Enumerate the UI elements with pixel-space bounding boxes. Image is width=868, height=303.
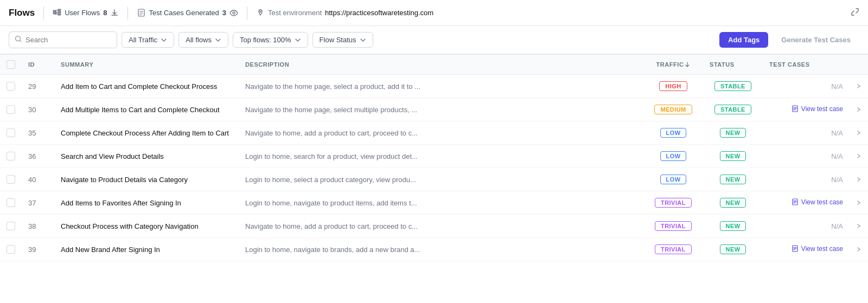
table-row: 29 Add Item to Cart and Complete Checkou… bbox=[0, 75, 868, 98]
chevron-down-icon2 bbox=[215, 37, 221, 43]
row-checkbox-cell bbox=[0, 215, 22, 238]
chevron-right-icon bbox=[856, 83, 861, 89]
traffic-badge: LOW bbox=[660, 151, 687, 161]
header-summary: SUMMARY bbox=[54, 55, 239, 75]
row-arrow[interactable] bbox=[850, 121, 868, 145]
download-icon[interactable] bbox=[110, 9, 119, 17]
row-arrow[interactable] bbox=[850, 238, 868, 261]
user-flows-item[interactable]: User Flows 8 bbox=[53, 9, 119, 17]
row-traffic: LOW bbox=[643, 121, 703, 145]
flows-table: ID SUMMARY DESCRIPTION TRAFFIC STATUS TE… bbox=[0, 54, 868, 261]
all-traffic-dropdown[interactable]: All Traffic bbox=[122, 32, 174, 48]
sort-icon bbox=[685, 62, 690, 67]
row-arrow[interactable] bbox=[850, 191, 868, 215]
test-cases-item[interactable]: Test Cases Generated 3 bbox=[137, 9, 238, 17]
table-row: 37 Add Items to Favorites After Signing … bbox=[0, 191, 868, 215]
document-icon bbox=[792, 245, 799, 252]
traffic-badge: LOW bbox=[660, 128, 687, 138]
row-description: Navigate to home, add a product to cart,… bbox=[239, 215, 643, 238]
divider2 bbox=[127, 7, 128, 20]
row-description: Login to home, navigate to brands, add a… bbox=[239, 238, 643, 261]
na-label: N/A bbox=[831, 222, 843, 230]
row-traffic: MEDIUM bbox=[643, 98, 703, 121]
row-checkbox[interactable] bbox=[7, 222, 15, 230]
na-label: N/A bbox=[831, 152, 843, 160]
table-row: 40 Navigate to Product Details via Categ… bbox=[0, 168, 868, 191]
expand-icon[interactable] bbox=[851, 8, 859, 18]
flow-status-label: Flow Status bbox=[320, 36, 356, 44]
row-checkbox[interactable] bbox=[7, 152, 15, 160]
row-arrow[interactable] bbox=[850, 168, 868, 191]
view-test-case-link[interactable]: View test case bbox=[792, 105, 843, 113]
status-badge: STABLE bbox=[714, 105, 751, 114]
header-status: STATUS bbox=[703, 55, 763, 75]
row-arrow[interactable] bbox=[850, 215, 868, 238]
table-row: 39 Add New Brand After Signing In Login … bbox=[0, 238, 868, 261]
search-box[interactable] bbox=[9, 31, 117, 48]
view-test-case-link[interactable]: View test case bbox=[792, 245, 843, 253]
row-id: 30 bbox=[22, 98, 54, 121]
table-row: 36 Search and View Product Details Login… bbox=[0, 145, 868, 168]
row-checkbox[interactable] bbox=[7, 175, 15, 184]
document-icon bbox=[792, 105, 799, 112]
row-checkbox-cell bbox=[0, 121, 22, 145]
row-summary: Add Multiple Items to Cart and Complete … bbox=[54, 98, 239, 121]
row-checkbox[interactable] bbox=[7, 105, 15, 114]
select-all-checkbox[interactable] bbox=[7, 60, 15, 69]
row-test-cases: View test case bbox=[763, 191, 850, 215]
table-row: 30 Add Multiple Items to Cart and Comple… bbox=[0, 98, 868, 121]
row-checkbox[interactable] bbox=[7, 198, 15, 207]
header-id: ID bbox=[22, 55, 54, 75]
row-status: NEW bbox=[703, 238, 763, 261]
header-traffic[interactable]: TRAFFIC bbox=[643, 55, 703, 75]
traffic-badge: MEDIUM bbox=[654, 105, 692, 114]
row-summary: Add Items to Favorites After Signing In bbox=[54, 191, 239, 215]
table-row: 38 Checkout Process with Category Naviga… bbox=[0, 215, 868, 238]
row-test-cases: N/A bbox=[763, 168, 850, 191]
table-row: 35 Complete Checkout Process After Addin… bbox=[0, 121, 868, 145]
row-id: 40 bbox=[22, 168, 54, 191]
all-flows-label: All flows bbox=[186, 36, 212, 44]
traffic-badge: HIGH bbox=[659, 81, 687, 91]
chevron-right-icon bbox=[856, 130, 861, 136]
traffic-badge: TRIVIAL bbox=[655, 198, 692, 208]
status-badge: NEW bbox=[720, 221, 746, 231]
row-status: NEW bbox=[703, 121, 763, 145]
env-label: Test environment bbox=[268, 9, 322, 17]
user-flows-label: User Flows bbox=[65, 9, 100, 17]
row-arrow[interactable] bbox=[850, 75, 868, 98]
svg-point-13 bbox=[260, 11, 261, 12]
chevron-right-icon bbox=[856, 153, 861, 159]
test-cases-count: 3 bbox=[222, 9, 226, 17]
all-traffic-label: All Traffic bbox=[129, 36, 157, 44]
add-tags-button[interactable]: Add Tags bbox=[719, 32, 768, 48]
traffic-badge: TRIVIAL bbox=[655, 221, 692, 231]
row-summary: Add Item to Cart and Complete Checkout P… bbox=[54, 75, 239, 98]
generate-test-cases-button[interactable]: Generate Test Cases bbox=[773, 32, 859, 48]
flow-status-dropdown[interactable]: Flow Status bbox=[312, 32, 373, 48]
status-badge: NEW bbox=[720, 175, 746, 184]
chevron-right-icon bbox=[856, 200, 861, 205]
view-test-case-link[interactable]: View test case bbox=[792, 198, 843, 206]
document-icon bbox=[792, 198, 799, 205]
test-cases-label: Test Cases Generated bbox=[149, 9, 219, 17]
na-label: N/A bbox=[831, 82, 843, 91]
row-arrow[interactable] bbox=[850, 98, 868, 121]
row-status: STABLE bbox=[703, 75, 763, 98]
eye-icon[interactable] bbox=[229, 9, 238, 17]
search-input[interactable] bbox=[25, 36, 111, 44]
row-checkbox[interactable] bbox=[7, 245, 15, 254]
row-traffic: TRIVIAL bbox=[643, 238, 703, 261]
top-flows-dropdown[interactable]: Top flows: 100% bbox=[233, 32, 308, 48]
all-flows-dropdown[interactable]: All flows bbox=[178, 32, 228, 48]
row-id: 39 bbox=[22, 238, 54, 261]
row-checkbox-cell bbox=[0, 191, 22, 215]
row-checkbox[interactable] bbox=[7, 82, 15, 91]
row-traffic: HIGH bbox=[643, 75, 703, 98]
row-checkbox[interactable] bbox=[7, 128, 15, 137]
row-arrow[interactable] bbox=[850, 145, 868, 168]
status-badge: NEW bbox=[720, 128, 746, 138]
chevron-right-icon bbox=[856, 223, 861, 229]
row-id: 36 bbox=[22, 145, 54, 168]
row-summary: Search and View Product Details bbox=[54, 145, 239, 168]
